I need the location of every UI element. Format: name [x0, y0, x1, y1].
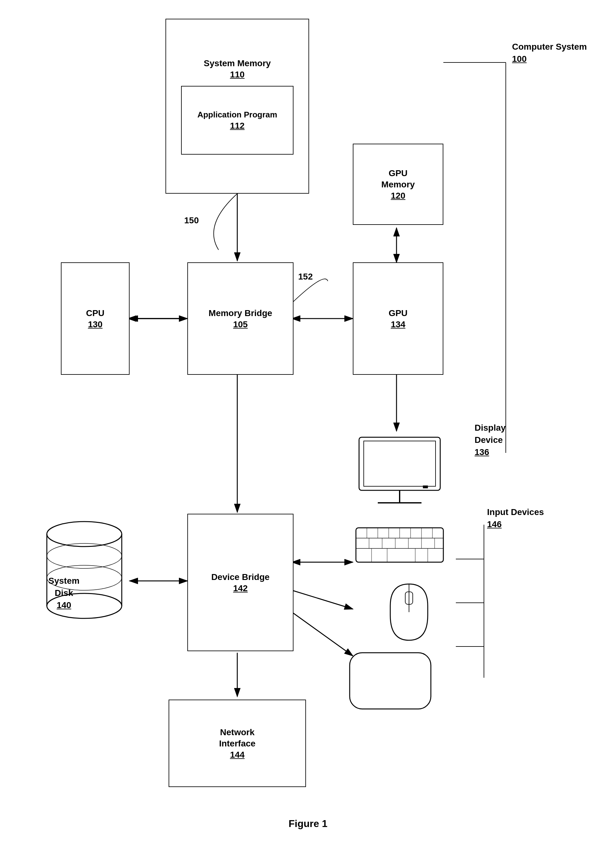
cpu-label: CPU: [86, 308, 104, 319]
svg-rect-20: [364, 441, 436, 486]
annotation-150: 150: [184, 216, 199, 226]
network-interface-number: 144: [230, 750, 245, 760]
application-program-box: Application Program 112: [181, 86, 293, 155]
svg-rect-19: [359, 437, 440, 490]
device-bridge-box: Device Bridge 142: [187, 514, 293, 651]
svg-point-28: [47, 543, 122, 568]
device-bridge-label: Device Bridge: [211, 572, 270, 583]
svg-point-24: [47, 522, 122, 547]
app-program-label: Application Program: [197, 110, 277, 120]
device-bridge-number: 142: [233, 584, 248, 593]
cpu-box: CPU 130: [61, 263, 129, 375]
gpu-memory-number: 120: [391, 191, 406, 201]
app-program-number: 112: [230, 121, 245, 131]
svg-rect-52: [350, 653, 431, 709]
system-disk-icon: [41, 512, 128, 631]
system-disk-label: SystemDisk 140: [48, 575, 80, 612]
input-devices-bracket: [437, 515, 500, 687]
diagram-container: System Memory 110 Application Program 11…: [0, 0, 616, 842]
gpu-memory-box: GPUMemory 120: [353, 144, 443, 225]
annotation-152: 152: [298, 272, 313, 282]
gpu-memory-label: GPUMemory: [381, 168, 415, 191]
figure-caption: Figure 1: [289, 818, 327, 829]
network-interface-label: NetworkInterface: [219, 727, 256, 750]
display-device-label: DisplayDevice 136: [475, 422, 506, 459]
memory-bridge-box: Memory Bridge 105: [187, 263, 293, 375]
system-memory-number: 110: [230, 70, 245, 80]
gpu-label: GPU: [389, 308, 408, 319]
svg-line-17: [292, 612, 353, 656]
system-memory-label: System Memory: [204, 58, 271, 69]
memory-bridge-label: Memory Bridge: [208, 308, 272, 319]
gpu-number: 134: [391, 320, 406, 330]
network-interface-box: NetworkInterface 144: [169, 700, 306, 787]
mouse-icon: [384, 581, 434, 643]
monitor-icon: [353, 434, 446, 515]
svg-rect-23: [423, 486, 428, 488]
cpu-number: 130: [88, 320, 103, 330]
keyboard-icon: [353, 525, 446, 565]
gpu-box: GPU 134: [353, 263, 443, 375]
memory-bridge-number: 105: [233, 320, 248, 330]
svg-line-16: [292, 590, 353, 609]
system-memory-box: System Memory 110 Application Program 11…: [166, 19, 309, 194]
touchpad-icon: [346, 650, 434, 712]
computer-system-label: Computer System 100: [512, 41, 587, 65]
